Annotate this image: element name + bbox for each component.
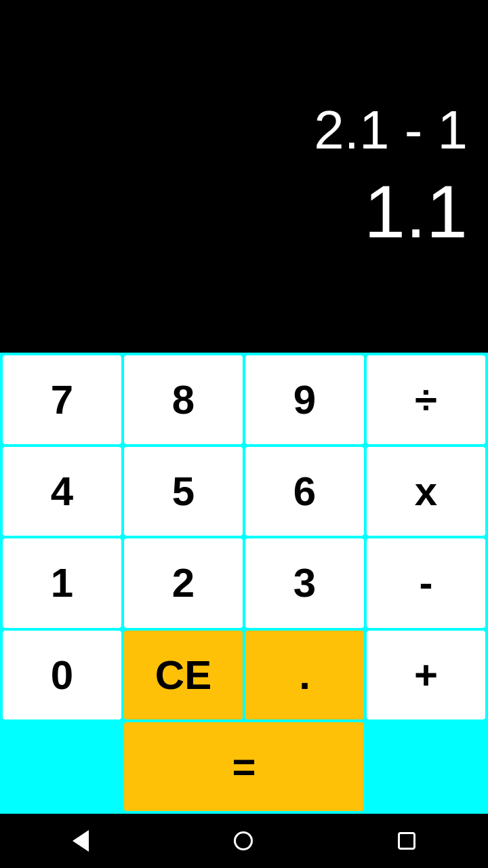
nav-bar xyxy=(0,814,488,868)
key-ce[interactable]: CE xyxy=(124,631,243,719)
key-3[interactable]: 3 xyxy=(245,538,364,627)
key-decimal[interactable]: . xyxy=(245,631,364,719)
key-2[interactable]: 2 xyxy=(124,538,243,627)
key-0[interactable]: 0 xyxy=(3,631,121,719)
key-6[interactable]: 6 xyxy=(245,447,364,536)
result-display: 1.1 xyxy=(364,168,468,254)
recents-button[interactable] xyxy=(398,832,415,850)
key-divide[interactable]: ÷ xyxy=(367,355,485,444)
back-button[interactable] xyxy=(73,830,89,852)
expression-display: 2.1 - 1 xyxy=(314,99,468,161)
key-1[interactable]: 1 xyxy=(3,538,121,627)
keypad: 7 8 9 ÷ 4 5 6 x 1 2 3 - 0 CE . + = xyxy=(0,353,488,814)
key-equals[interactable]: = xyxy=(124,722,364,811)
key-7[interactable]: 7 xyxy=(3,355,121,444)
key-multiply[interactable]: x xyxy=(367,447,485,536)
key-add[interactable]: + xyxy=(367,631,485,719)
display-area: 2.1 - 1 1.1 xyxy=(0,0,488,353)
home-button[interactable] xyxy=(234,831,253,850)
key-9[interactable]: 9 xyxy=(245,355,364,444)
key-subtract[interactable]: - xyxy=(367,538,485,627)
key-5[interactable]: 5 xyxy=(124,447,243,536)
key-4[interactable]: 4 xyxy=(3,447,121,536)
key-8[interactable]: 8 xyxy=(124,355,243,444)
